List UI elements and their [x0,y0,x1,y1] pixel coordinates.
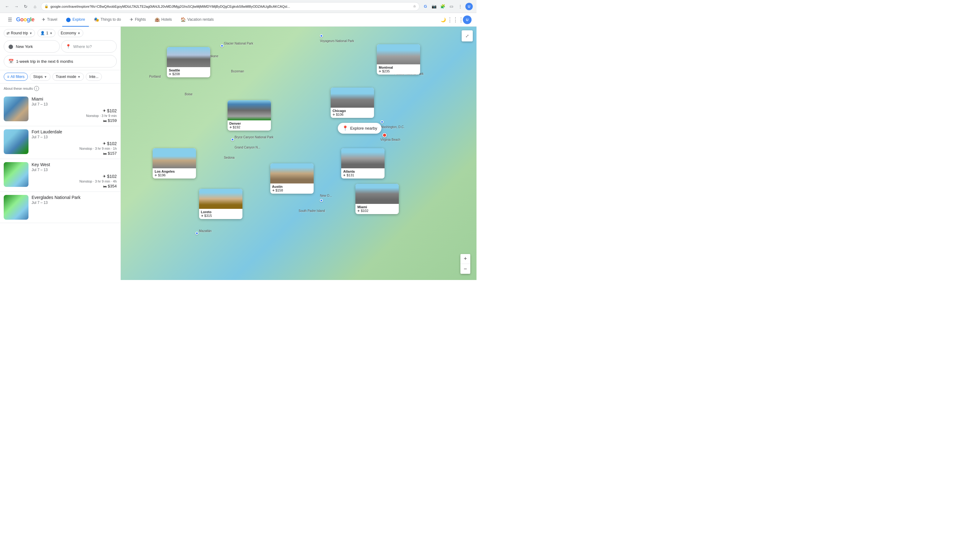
result-card-miami[interactable]: Miami Jul 7 – 13 ✈ $102 Nonstop · 3 hr 9… [0,93,120,126]
map-card-austin-city: Austin [272,185,312,189]
map-card-losangeles[interactable]: Los Angeles ✈ $196 [153,148,196,178]
bed-icon-miami: 🛏 [103,119,107,122]
result-card-key_west[interactable]: Key West Jul 7 – 13 ✈ $102 Nonstop · 3 h… [0,159,120,192]
map-card-seattle-price: ✈ $208 [169,72,208,76]
label-portland: Portland [149,75,161,78]
hamburger-menu[interactable]: ☰ [5,15,15,25]
map-card-seattle[interactable]: Seattle ✈ $208 [167,47,210,77]
hotel-price-row-key_west: 🛏 $354 [103,184,117,189]
forward-button[interactable]: → [13,3,20,10]
card-info-miami: Miami Jul 7 – 13 ✈ $102 Nonstop · 3 hr 9… [32,96,117,123]
map-dot-voyageurs[interactable] [320,34,323,37]
tab-explore[interactable]: ⬤ Explore [62,13,89,26]
all-filters-button[interactable]: ≡ All filters [4,73,28,81]
home-button[interactable]: ⌂ [32,3,39,10]
destination-placeholder: Where to? [73,44,92,49]
passengers-dropdown-arrow: ▼ [50,32,53,35]
origin-text: New York [16,44,33,49]
dark-mode-toggle[interactable]: 🌙 [438,15,448,25]
plane-icon-miami: ✈ [103,108,106,113]
flight-details-fort_lauderdale: Nonstop · 3 hr 9 min · 1h [79,147,117,150]
card-info-fort_lauderdale: Fort Lauderdale Jul 7 – 13 ✈ $102 Nonsto… [32,129,117,156]
card-name-key_west: Key West [32,162,117,167]
back-button[interactable]: ← [4,3,11,10]
screenshot-icon-btn[interactable]: 📷 [431,3,438,10]
map-card-miami2-img [355,184,399,204]
tab-travel[interactable]: ✈ Travel [38,13,61,26]
map-card-austin[interactable]: Austin ✈ $158 [270,163,314,194]
zoom-in-button[interactable]: + [460,254,470,264]
map-card-losangeles-city: Los Angeles [155,170,194,173]
map-dot-washington[interactable] [380,121,383,124]
map-card-miami2[interactable]: Miami ✈ $102 [355,184,399,214]
hotels-icon: 🏨 [155,17,160,22]
reload-button[interactable]: ↻ [22,3,29,10]
destination-field[interactable]: 📍 Where to? [61,40,117,53]
avatar[interactable]: U [466,3,473,10]
hotel-price-miami: $159 [108,118,117,123]
class-dropdown[interactable]: Economy ▼ [58,29,83,37]
travel-mode-filter[interactable]: Travel mode ▼ [52,73,84,81]
travel-mode-label: Travel mode [56,74,76,79]
map-card-montreal[interactable]: Montreal ✈ $235 [377,44,420,74]
label-bozeman: Bozeman [231,70,244,73]
map-card-denver-price: ✈ $192 [230,125,269,129]
google-logo[interactable]: Google [16,16,34,23]
address-bar[interactable]: 🔒 google.com/travel/explore?tfs=CBwQAxob… [41,2,419,11]
flight-details-miami: Nonstop · 3 hr 9 min [86,114,117,118]
apps-grid-button[interactable]: ⋮⋮⋮ [450,15,460,25]
browser-icons: G 📷 🧩 ▭ ⋮ U [422,3,473,10]
tab-things-to-do[interactable]: 🎭 Things to do [90,13,125,26]
info-icon[interactable]: i [34,86,39,91]
things-to-do-icon: 🎭 [94,17,99,22]
map-card-atlanta-img [341,148,385,168]
url-text: google.com/travel/explore?tfs=CBwQAxobEg… [50,5,411,8]
google-icon-btn[interactable]: G [422,3,429,10]
map-card-seattle-img [167,47,210,67]
explore-nearby-label: Explore nearby [350,126,377,131]
trip-dropdown-arrow: ▼ [29,32,32,35]
tab-vacation-rentals-label: Vacation rentals [187,17,214,22]
stops-filter[interactable]: Stops ▼ [30,73,50,81]
map-card-chicago[interactable]: Chicago ✈ $106 [331,88,374,118]
window-icon-btn[interactable]: ▭ [448,3,455,10]
result-card-fort_lauderdale[interactable]: Fort Lauderdale Jul 7 – 13 ✈ $102 Nonsto… [0,126,120,159]
map-dot-neworleans[interactable] [320,199,323,202]
round-trip-dropdown[interactable]: ⇄ Round trip ▼ [4,29,35,37]
origin-dot-icon: ⬤ [8,44,13,49]
explore-nearby-button[interactable]: 📍 Explore nearby [338,123,382,134]
card-image-key_west [4,162,28,187]
zoom-out-button[interactable]: − [460,264,470,274]
map-card-atlanta[interactable]: Atlanta ✈ $131 [341,148,385,178]
expand-map-button[interactable]: ⤢ [462,30,473,42]
date-field[interactable]: 📅 1-week trip in the next 6 months [4,55,117,67]
map-dot-glacier[interactable] [220,44,224,47]
card-dates-fort_lauderdale: Jul 7 – 13 [32,135,117,139]
card-name-everglades: Everglades National Park [32,195,117,200]
flight-price-key_west: $102 [107,174,117,179]
card-info-everglades: Everglades National Park Jul 7 – 13 [32,195,117,220]
tab-hotels[interactable]: 🏨 Hotels [151,13,175,26]
map-card-losangeles-price: ✈ $196 [155,173,194,177]
hotel-price-row-fort_lauderdale: 🛏 $157 [103,151,117,156]
flight-price-miami: $102 [107,108,117,113]
origin-field[interactable]: ⬤ New York [4,40,60,53]
map-area[interactable]: Glacier National Park Spokane Portland B… [121,26,476,280]
inte-filter[interactable]: Inte... [86,73,102,81]
map-card-seattle-city: Seattle [169,68,208,72]
passengers-label: 1 [46,31,48,35]
result-card-everglades[interactable]: Everglades National Park Jul 7 – 13 [0,192,120,223]
map-dot-mazatlan[interactable] [196,232,199,235]
passengers-dropdown[interactable]: 👤 1 ▼ [37,29,56,37]
date-range-text: 1-week trip in the next 6 months [16,59,73,64]
map-card-chicago-img [331,88,374,108]
map-dot-bryce[interactable] [231,138,234,141]
tab-vacation-rentals[interactable]: 🏠 Vacation rentals [177,13,217,26]
map-card-denver[interactable]: Denver ✈ $192 [228,100,271,131]
map-card-loreto-price: ✈ $315 [201,214,241,218]
map-card-loreto[interactable]: Loreto ✈ $315 [199,189,242,219]
menu-icon-btn[interactable]: ⋮ [457,3,464,10]
extensions-icon-btn[interactable]: 🧩 [439,3,446,10]
tab-flights[interactable]: ✈ Flights [126,13,149,26]
user-avatar[interactable]: U [463,15,472,24]
